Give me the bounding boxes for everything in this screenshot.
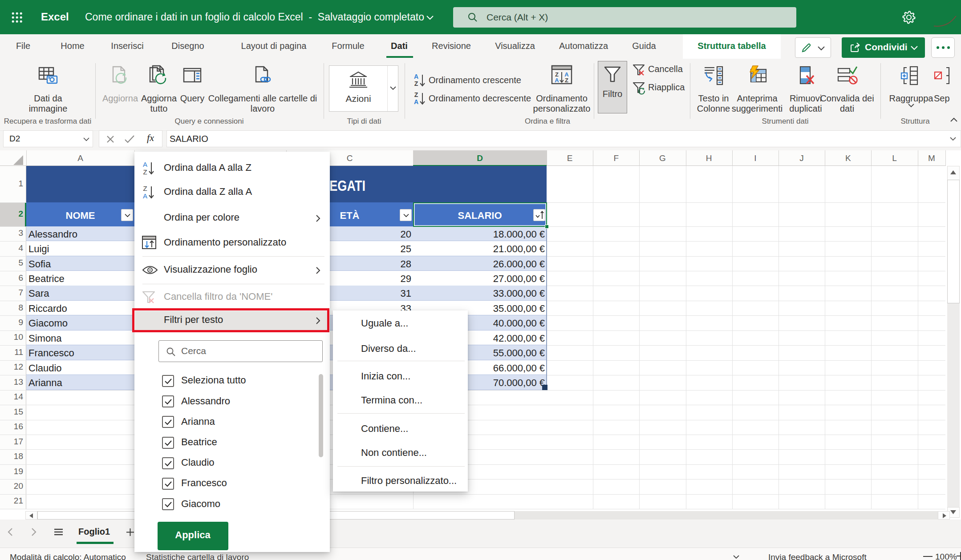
svg-text:Z: Z	[565, 77, 568, 84]
svg-text:A: A	[143, 192, 147, 200]
svg-text:Z: Z	[414, 80, 418, 87]
svg-text:A: A	[414, 98, 418, 105]
svg-text:A: A	[555, 77, 559, 84]
svg-text:Z: Z	[143, 185, 147, 192]
svg-text:Z: Z	[414, 91, 418, 98]
svg-text:A: A	[143, 161, 147, 168]
svg-text:A: A	[414, 73, 418, 80]
svg-text:Z: Z	[143, 168, 147, 176]
